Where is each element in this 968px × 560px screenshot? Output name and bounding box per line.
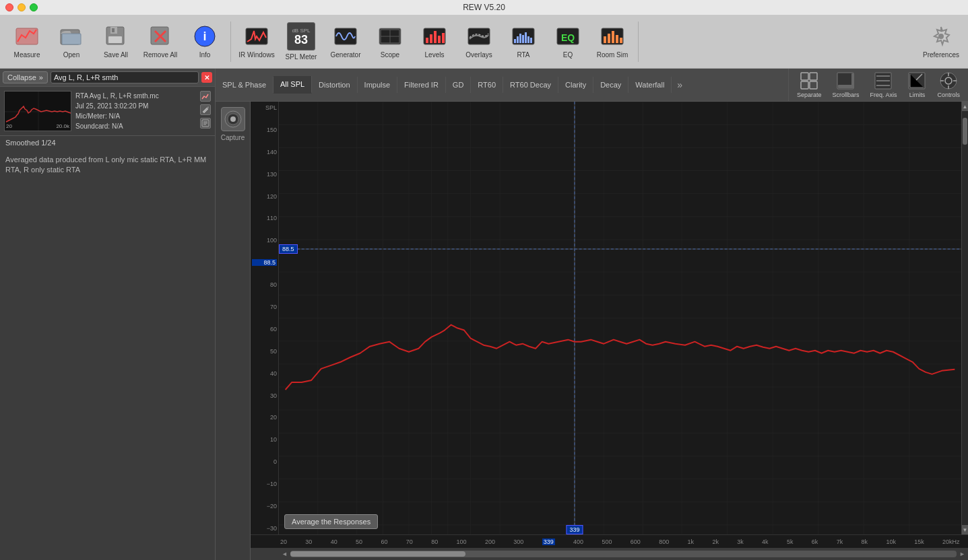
capture-button[interactable]	[221, 107, 245, 131]
x-label-15k: 15k	[914, 538, 924, 545]
tab-spl-phase[interactable]: SPL & Phase	[216, 77, 273, 93]
scroll-left-arrow[interactable]: ◄	[282, 551, 288, 557]
measurement-info: RTA Avg L, R, L+R smth.mc Jul 25, 2021 3…	[75, 91, 196, 131]
measurement-graph-button[interactable]	[200, 91, 211, 102]
save-all-icon	[104, 24, 128, 48]
measurement-notes-button[interactable]	[200, 118, 211, 129]
x-axis: 20 30 40 50 60 70 80 100 200 300 339 400…	[251, 534, 968, 548]
tab-gd[interactable]: GD	[446, 77, 472, 93]
average-responses-button[interactable]: Average the Responses	[284, 514, 378, 529]
y-label-130: 130	[252, 171, 277, 178]
tab-all-spl[interactable]: All SPL	[273, 76, 312, 94]
svg-rect-31	[527, 36, 529, 43]
toolbar-overlays[interactable]: Overlays	[457, 18, 501, 66]
tab-distortion[interactable]: Distortion	[312, 77, 357, 93]
spl-meter-display: dB SPL 83	[287, 22, 315, 50]
toolbar-ir-windows[interactable]: IR Windows	[235, 18, 278, 66]
toolbar-rta[interactable]: RTA	[502, 18, 545, 66]
scrollbar-down-arrow[interactable]: ▼	[962, 525, 968, 534]
scroll-right-arrow[interactable]: ►	[959, 551, 965, 557]
x-label-7k: 7k	[837, 538, 843, 545]
svg-rect-37	[608, 34, 610, 43]
x-label-200: 200	[485, 538, 495, 545]
toolbar-remove-all[interactable]: Remove All	[139, 18, 182, 66]
svg-rect-26	[514, 39, 516, 43]
x-label-70: 70	[406, 538, 413, 545]
scrollbar-up-arrow[interactable]: ▲	[962, 102, 968, 111]
toolbar-preferences[interactable]: Preferences	[919, 18, 963, 66]
close-measurement-button[interactable]: ✕	[201, 72, 212, 83]
toolbar-generator[interactable]: Generator	[324, 18, 367, 66]
chart-container: Capture SPL 150 140 130 120 110 100 88.5	[216, 102, 968, 560]
tab-impulse[interactable]: Impulse	[358, 77, 398, 93]
controls-button[interactable]: Controls	[933, 70, 964, 100]
tab-more-button[interactable]: »	[672, 75, 688, 94]
collapse-label: Collapse	[7, 73, 36, 81]
svg-rect-40	[620, 38, 622, 43]
svg-point-41	[938, 34, 944, 39]
toolbar-measure[interactable]: Measure	[5, 18, 49, 66]
tab-decay[interactable]: Decay	[593, 77, 628, 93]
svg-rect-52	[810, 81, 817, 89]
measurement-actions	[200, 91, 211, 131]
tab-filtered-ir[interactable]: Filtered IR	[397, 77, 446, 93]
measurement-edit-button[interactable]	[200, 104, 211, 115]
scrollbars-button[interactable]: Scrollbars	[828, 70, 863, 100]
measurement-soundcard: Soundcard: N/A	[75, 121, 196, 131]
smoothed-label: Smoothed 1/24	[0, 136, 215, 149]
preferences-icon	[929, 24, 953, 48]
overlays-icon	[467, 24, 491, 48]
tab-clarity[interactable]: Clarity	[558, 77, 593, 93]
tab-rt60[interactable]: RT60	[471, 77, 503, 93]
toolbar-eq[interactable]: EQ EQ	[546, 18, 589, 66]
chart-plot[interactable]: 88.5 339 Average the Responses	[279, 102, 961, 534]
room-sim-label: Room Sim	[597, 51, 628, 59]
toolbar-info[interactable]: i Info	[183, 18, 226, 66]
svg-rect-23	[442, 33, 445, 43]
rta-label: RTA	[517, 51, 529, 59]
horizontal-scrollbar-thumb[interactable]	[290, 551, 465, 557]
thumb-freq-right: 20.0k	[56, 123, 69, 129]
x-label-2k: 2k	[712, 538, 719, 545]
main-area: Collapse » ✕ 20 20.0k	[0, 69, 968, 560]
separate-icon	[800, 71, 818, 90]
y-label-50: 50	[252, 348, 277, 355]
traffic-lights	[5, 3, 38, 11]
tab-section: SPL & Phase All SPL Distortion Impulse F…	[216, 75, 788, 94]
toolbar-separator-1	[230, 22, 231, 62]
y-label-120: 120	[252, 193, 277, 200]
measurement-mic: Mic/Meter: N/A	[75, 111, 196, 121]
freq-axis-button[interactable]: Freq. Axis	[866, 70, 901, 100]
scrollbar-thumb-vertical[interactable]	[963, 118, 967, 145]
maximize-button[interactable]	[30, 3, 38, 11]
right-scrollbar[interactable]: ▲ ▼	[961, 102, 968, 534]
tab-waterfall[interactable]: Waterfall	[628, 77, 672, 93]
toolbar-levels[interactable]: Levels	[413, 18, 456, 66]
limits-button[interactable]: Limits	[903, 70, 930, 100]
left-panel-top: Collapse » ✕	[0, 69, 215, 87]
measurement-card: 20 20.0k RTA Avg L, R, L+R smth.mc Jul 2…	[0, 87, 215, 136]
collapse-button[interactable]: Collapse »	[3, 71, 48, 83]
svg-rect-29	[522, 35, 524, 43]
close-button[interactable]	[5, 3, 13, 11]
x-label-600: 600	[631, 538, 641, 545]
generator-icon	[333, 24, 358, 48]
limits-label: Limits	[909, 92, 926, 98]
y-label-40: 40	[252, 370, 277, 377]
x-label-339: 339	[542, 538, 555, 545]
toolbar-spl-meter[interactable]: dB SPL 83 SPL Meter	[280, 18, 323, 66]
x-label-60: 60	[381, 538, 387, 545]
info-icon: i	[193, 24, 217, 48]
tab-rt60-decay[interactable]: RT60 Decay	[503, 77, 558, 93]
minimize-button[interactable]	[18, 3, 26, 11]
separate-button[interactable]: Separate	[793, 70, 826, 100]
toolbar-room-sim[interactable]: Room Sim	[591, 18, 634, 66]
toolbar-open[interactable]: Open	[50, 18, 93, 66]
measurement-name-input[interactable]	[51, 71, 199, 83]
horizontal-scrollbar-track[interactable]	[290, 551, 957, 557]
x-label-40: 40	[331, 538, 337, 545]
toolbar-scope[interactable]: Scope	[368, 18, 412, 66]
x-label-20k: 20kHz	[942, 538, 960, 545]
chart-svg	[279, 102, 961, 534]
toolbar-save-all[interactable]: Save All	[94, 18, 137, 66]
